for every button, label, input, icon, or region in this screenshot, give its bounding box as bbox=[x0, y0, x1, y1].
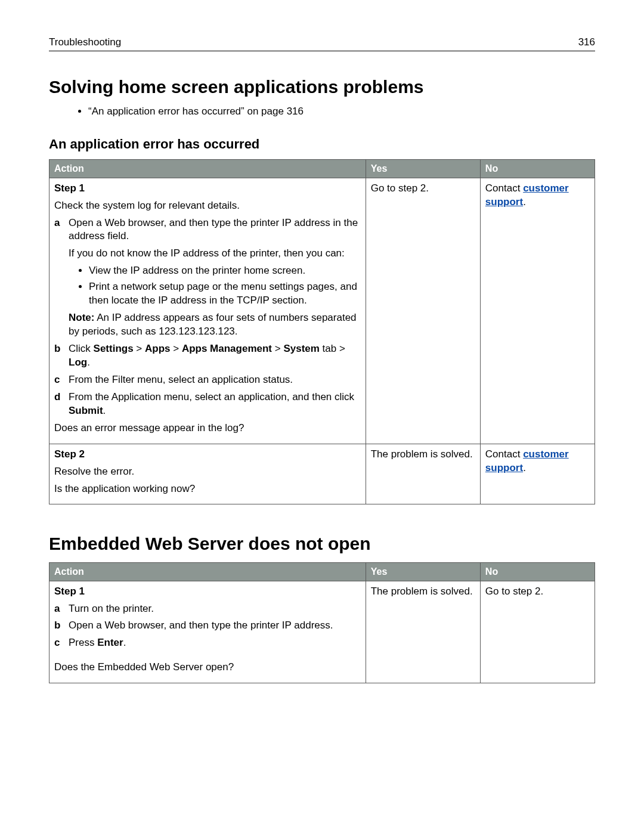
header-page-number: 316 bbox=[578, 36, 595, 49]
table-app-error: Action Yes No Step 1 Check the system lo… bbox=[49, 159, 595, 504]
ews-substep-b: bOpen a Web browser, and then type the p… bbox=[54, 619, 361, 633]
cell-no-ews1: Go to step 2. bbox=[480, 581, 595, 683]
table-row: Step 1 aTurn on the printer. bOpen a Web… bbox=[49, 581, 595, 683]
table-row: Step 1 Check the system log for relevant… bbox=[49, 178, 595, 444]
substep-b-pre: Click bbox=[69, 343, 94, 354]
table-ews: Action Yes No Step 1 aTurn on the printe… bbox=[49, 562, 595, 683]
path-apps-mgmt: Apps Management bbox=[182, 343, 272, 354]
heading-ews-not-open: Embedded Web Server does not open bbox=[49, 532, 595, 556]
th-no: No bbox=[480, 160, 595, 178]
substep-c: cFrom the Filter menu, select an applica… bbox=[54, 373, 361, 387]
path-log: Log bbox=[69, 357, 87, 368]
substep-c-text: From the Filter menu, select an applicat… bbox=[69, 374, 293, 385]
cell-action-ews1: Step 1 aTurn on the printer. bOpen a Web… bbox=[49, 581, 366, 683]
substep-a-note: If you do not know the IP address of the… bbox=[69, 247, 361, 261]
heading-solving-problems: Solving home screen applications problem… bbox=[49, 75, 595, 100]
substep-d: d From the Application menu, select an a… bbox=[54, 391, 361, 418]
path-apps: Apps bbox=[145, 343, 171, 354]
table-row: Step 2 Resolve the error. Is the applica… bbox=[49, 444, 595, 504]
th-action: Action bbox=[49, 160, 366, 178]
substep-a: a Open a Web browser, and then type the … bbox=[54, 216, 361, 339]
path-system: System bbox=[283, 343, 319, 354]
header-section: Troubleshooting bbox=[49, 36, 121, 49]
cell-no-step1: Contact customer support. bbox=[480, 178, 595, 444]
th-action: Action bbox=[49, 562, 366, 581]
step-2-line: Resolve the error. bbox=[54, 465, 361, 479]
note-text: An IP address appears as four sets of nu… bbox=[69, 312, 357, 337]
ews-substep-c: c Press Enter. bbox=[54, 636, 361, 650]
cell-yes-ews1: The problem is solved. bbox=[366, 581, 480, 683]
ews-substep-a: aTurn on the printer. bbox=[54, 602, 361, 616]
enter-key-label: Enter bbox=[97, 637, 123, 648]
th-yes: Yes bbox=[366, 562, 480, 581]
step-1-label: Step 1 bbox=[54, 182, 361, 196]
heading-app-error: An application error has occurred bbox=[49, 135, 595, 153]
path-settings: Settings bbox=[94, 343, 134, 354]
step-2-question: Is the application working now? bbox=[54, 482, 361, 496]
note-label: Note: bbox=[69, 312, 94, 323]
cell-no-step2: Contact customer support. bbox=[480, 444, 595, 504]
th-yes: Yes bbox=[366, 160, 480, 178]
page-header: Troubleshooting 316 bbox=[49, 36, 595, 51]
ip-option-1: View the IP address on the printer home … bbox=[89, 264, 361, 278]
topic-list: “An application error has occurred” on p… bbox=[64, 105, 595, 119]
cell-action-step2: Step 2 Resolve the error. Is the applica… bbox=[49, 444, 366, 504]
step-1-intro: Check the system log for relevant detail… bbox=[54, 199, 361, 213]
th-no: No bbox=[480, 562, 595, 581]
step-2-label: Step 2 bbox=[54, 448, 361, 462]
substep-d-pre: From the Application menu, select an app… bbox=[69, 391, 354, 402]
ews-step-1-label: Step 1 bbox=[54, 585, 361, 599]
cell-action-step1: Step 1 Check the system log for relevant… bbox=[49, 178, 366, 444]
topic-link-app-error[interactable]: “An application error has occurred” on p… bbox=[88, 105, 595, 119]
submit-label: Submit bbox=[69, 405, 103, 416]
step-1-question: Does an error message appear in the log? bbox=[54, 422, 361, 435]
ews-step-1-question: Does the Embedded Web Server open? bbox=[54, 661, 361, 674]
ip-option-2: Print a network setup page or the menu s… bbox=[89, 280, 361, 308]
ip-note: Note: An IP address appears as four sets… bbox=[69, 311, 361, 339]
cell-yes-step1: Go to step 2. bbox=[366, 178, 480, 444]
substep-a-text: Open a Web browser, and then type the pr… bbox=[69, 217, 358, 242]
substep-b: b Click Settings > Apps > Apps Managemen… bbox=[54, 342, 361, 370]
cell-yes-step2: The problem is solved. bbox=[366, 444, 480, 504]
